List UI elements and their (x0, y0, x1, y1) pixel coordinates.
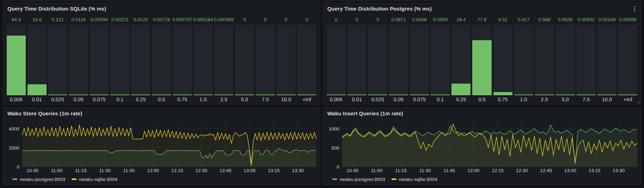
bar-bucket: 0.09285.0 (556, 14, 575, 104)
bar-bucket: 0.01160.05 (69, 14, 88, 104)
bar-track (48, 25, 67, 95)
bar-bucket: 4.520.75 (493, 14, 512, 104)
panel-store-queries: Waku Store Queries (1m rate) 020004000 1… (3, 107, 320, 185)
x-tick-label: 13:30 (292, 168, 304, 173)
bucket-value: 0.0671 (389, 14, 408, 25)
legend-item[interactable]: nwaku-sqlite:8004 (72, 177, 117, 182)
bucket-label: 0.025 (48, 95, 67, 104)
bar-bucket: 0+Inf (297, 14, 316, 104)
bucket-value: 0.0436 (410, 14, 429, 25)
legend-swatch-icon (72, 178, 77, 180)
bar-track (368, 25, 387, 95)
bar-track (131, 25, 150, 95)
panel-title: Query Time Distribution SQLite (% ms) (7, 6, 106, 12)
x-tick-label: 12:30 (516, 168, 528, 173)
bar-bucket: 0.002210.1 (110, 14, 129, 104)
panel-header[interactable]: Query Time Distribution SQLite (% ms) (3, 3, 320, 14)
bucket-value: 0.00221 (110, 14, 129, 25)
bucket-value: 0.417 (514, 14, 533, 25)
y-axis: 020004000 (5, 121, 22, 174)
bucket-label: 1.0 (514, 95, 533, 104)
x-tick-label: 11:45 (443, 168, 455, 173)
bucket-label: 0.075 (90, 95, 109, 104)
timeseries-svg (22, 121, 316, 167)
bar-bucket: 010.0 (277, 14, 296, 104)
panel-header[interactable]: Query Time Distribution Postgres (% ms) (323, 3, 641, 14)
bucket-label: 7.5 (256, 95, 275, 104)
x-axis: 10:4511:0011:1511:3011:4512:0012:1512:30… (342, 167, 637, 174)
bar-bucket: 0.04360.075 (410, 14, 429, 104)
resize-handle-icon[interactable] (637, 100, 640, 104)
bar-bucket: 16.40.25 (451, 14, 470, 104)
x-tick-label: 13:00 (564, 168, 576, 173)
legend-label: nwaku-sqlite:8004 (79, 177, 117, 182)
bar-fill (7, 36, 26, 95)
bucket-value: 4.52 (493, 14, 512, 25)
y-tick-label: 4000 (9, 126, 19, 131)
bar-track (410, 25, 429, 95)
bar-track (535, 25, 554, 95)
panel-sqlite-distribution: Query Time Distribution SQLite (% ms) 84… (3, 2, 320, 105)
x-tick-label: 11:00 (371, 168, 383, 173)
y-axis: 05001000 (325, 121, 342, 174)
bar-track (327, 25, 346, 95)
bar-track (7, 25, 26, 95)
bucket-label: +Inf (618, 95, 637, 104)
bucket-value: 0 (368, 14, 387, 25)
panel-grid: Query Time Distribution SQLite (% ms) 84… (3, 2, 641, 185)
chart-plot-area[interactable] (342, 121, 637, 167)
bar-track (194, 25, 213, 95)
bar-fill (493, 92, 512, 95)
legend-item[interactable]: nwaku-sqlite:8004 (391, 177, 437, 182)
legend-item[interactable]: nwaku-postgres:8003 (332, 177, 385, 182)
bar-bucket: 05.0 (235, 14, 254, 104)
bar-bucket: 0.05930.1 (431, 14, 450, 104)
bar-bucket: 0.0003692.5 (214, 14, 233, 104)
x-tick-label: 11:15 (395, 168, 407, 173)
bar-bucket: 00.01 (347, 14, 366, 104)
bucket-label: 10.0 (597, 95, 616, 104)
bar-track (110, 25, 129, 95)
bar-fill (28, 84, 47, 95)
panel-insert-queries: Waku Insert Queries (1m rate) 05001000 1… (323, 107, 641, 185)
bar-track (556, 25, 575, 95)
x-tick-label: 13:15 (589, 168, 601, 173)
x-tick-label: 12:15 (492, 168, 504, 173)
timeseries-body: 020004000 10:4511:0011:1511:3011:4512:00… (3, 119, 320, 174)
bucket-label: 2.5 (214, 95, 233, 104)
panel-edge-sliver (3, 0, 320, 1)
y-tick-label: 2000 (9, 145, 19, 150)
bar-track (431, 25, 450, 95)
bucket-value: 0.000737 (173, 14, 192, 25)
bucket-label: +Inf (297, 95, 316, 104)
x-tick-label: 11:30 (99, 168, 111, 173)
bar-track (256, 25, 275, 95)
bar-fill (472, 40, 491, 95)
bar-track (577, 25, 596, 95)
x-tick-label: 11:45 (123, 168, 135, 173)
x-tick-label: 12:45 (219, 168, 231, 173)
bucket-value: 0.00534 (90, 14, 109, 25)
timeseries-body: 05001000 10:4511:0011:1511:3011:4512:001… (323, 119, 641, 174)
panel-header[interactable]: Waku Store Queries (1m rate) (3, 108, 320, 119)
x-tick-label: 10:45 (346, 168, 358, 173)
chart-plot-area[interactable] (22, 121, 316, 167)
bucket-value: 0.00719 (152, 14, 171, 25)
legend-swatch-icon (332, 178, 337, 180)
bar-track (347, 25, 366, 95)
x-tick-label: 12:00 (468, 168, 480, 173)
bar-track (514, 25, 533, 95)
legend-label: nwaku-postgres:8003 (20, 177, 65, 182)
x-tick-label: 12:45 (540, 168, 552, 173)
legend-item[interactable]: nwaku-postgres:8003 (12, 177, 65, 182)
bucket-label: 0.75 (173, 95, 192, 104)
kebab-menu-icon[interactable] (632, 6, 637, 12)
panel-edge-sliver (323, 0, 641, 1)
bucket-label: 0.075 (410, 95, 429, 104)
bar-bucket: 0.01250.25 (131, 14, 150, 104)
bucket-value: 0 (256, 14, 275, 25)
bar-bucket: 84.30.005 (7, 14, 26, 104)
panel-title: Waku Store Queries (1m rate) (7, 110, 82, 116)
panel-header[interactable]: Waku Insert Queries (1m rate) (323, 108, 641, 119)
bucket-value: 16.4 (451, 14, 470, 25)
